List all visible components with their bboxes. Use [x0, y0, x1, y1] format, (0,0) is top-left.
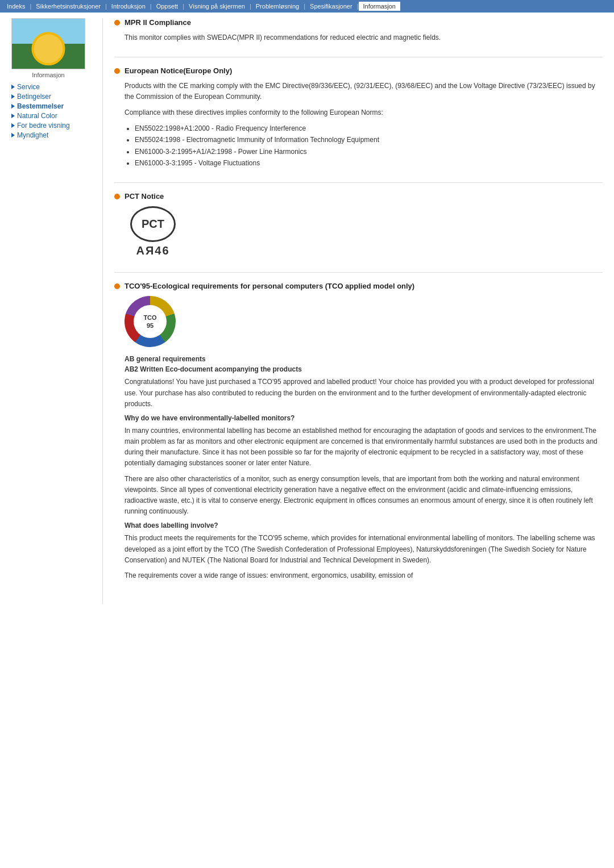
arrow-icon [11, 104, 15, 108]
nav-item-spesifikasjoner[interactable]: Spesifikasjoner [305, 2, 357, 11]
subsection-text: In many countries, environmental labelli… [125, 425, 603, 469]
subsection-text: This product meets the requirements for … [125, 533, 603, 566]
sidebar-nav-label: Betingelser [17, 93, 51, 101]
nav-item-informasjon[interactable]: Informasjon [359, 2, 400, 11]
subsection-title: What does labelling involve? [125, 521, 603, 529]
sidebar-nav-label: Natural Color [17, 112, 57, 120]
sidebar-nav-link[interactable]: Myndighet [11, 131, 97, 139]
sidebar-nav-label: For bedre visning [17, 122, 70, 130]
sidebar-nav-label: Myndighet [17, 131, 48, 139]
sidebar-nav-item[interactable]: Betingelser [11, 93, 97, 101]
list-item: EN61000-3-2:1995+A1/A2:1998 - Power Line… [135, 146, 603, 157]
top-navigation: Indeks|Sikkerhetsinstruksjoner|Introduks… [0, 0, 614, 12]
nav-item-visning-på-skjermen[interactable]: Visning på skjermen [184, 2, 250, 11]
section-title: European Notice(Europe Only) [114, 66, 603, 75]
section-title-text: TCO'95-Ecological requirements for perso… [125, 282, 414, 290]
tco-badge-inner: TCO 95 [134, 305, 167, 338]
sidebar-nav: ServiceBetingelserBestemmelserNatural Co… [11, 83, 97, 139]
list-item: EN55022:1998+A1:2000 - Radio Frequency I… [135, 123, 603, 134]
section-mpr: MPR II ComplianceThis monitor complies w… [114, 18, 603, 57]
section-title-text: European Notice(Europe Only) [125, 66, 232, 75]
bullet-icon [114, 283, 120, 289]
section-european: European Notice(Europe Only)Products wit… [114, 66, 603, 183]
content-area: MPR II ComplianceThis monitor complies w… [102, 18, 603, 604]
nav-item-sikkerhetsinstruksjoner[interactable]: Sikkerhetsinstruksjoner [31, 2, 105, 11]
subsection-text: The requirements cover a wide range of i… [125, 570, 603, 581]
subsection-text: There are also other characteristics of … [125, 474, 603, 518]
subsection-title: AB general requirements [125, 355, 603, 363]
tco-label: TCO [143, 314, 156, 322]
nav-item-indeks[interactable]: Indeks [2, 2, 30, 11]
sidebar-nav-label: Service [17, 83, 40, 91]
sidebar-image-label: Informasjon [11, 72, 85, 78]
section-pct: PCT NoticePCTАЯ46 [114, 192, 603, 273]
sidebar-nav-item[interactable]: Bestemmelser [11, 102, 97, 110]
subsection-title: AB2 Written Eco-document acompanying the… [125, 365, 603, 373]
sidebar-nav-link[interactable]: Natural Color [11, 112, 97, 120]
arrow-icon [11, 85, 15, 89]
arrow-icon [11, 123, 15, 128]
list-item: EN55024:1998 - Electromagnetic Immunity … [135, 134, 603, 145]
subsection-title: Why do we have environmentally-labelled … [125, 414, 603, 422]
section-title: PCT Notice [114, 192, 603, 201]
sidebar-nav-link[interactable]: For bedre visning [11, 122, 97, 130]
sidebar-image-graphic [12, 19, 85, 69]
pct-subtext: АЯ46 [136, 244, 169, 257]
sidebar-nav-link[interactable]: Bestemmelser [11, 102, 97, 110]
section-title: MPR II Compliance [114, 18, 603, 27]
sidebar-image [11, 18, 85, 69]
sidebar-nav-item[interactable]: Myndighet [11, 131, 97, 139]
section-title: TCO'95-Ecological requirements for perso… [114, 282, 603, 290]
tco-badge-wrapper: TCO 95 [125, 296, 592, 347]
sidebar-nav-label: Bestemmelser [17, 102, 64, 110]
sidebar: Informasjon ServiceBetingelserBestemmels… [11, 18, 102, 604]
bullet-icon [114, 68, 120, 74]
section-paragraph: This monitor complies with SWEDAC(MPR II… [125, 32, 603, 43]
nav-item-introduksjon[interactable]: Introduksjon [107, 2, 150, 11]
section-tco: TCO'95-Ecological requirements for perso… [114, 282, 603, 595]
section-paragraph: Compliance with these directives implies… [125, 107, 603, 118]
sidebar-nav-item[interactable]: Service [11, 83, 97, 91]
nav-item-oppsett[interactable]: Oppsett [152, 2, 183, 11]
arrow-icon [11, 133, 15, 137]
arrow-icon [11, 94, 15, 99]
bullet-icon [114, 194, 120, 199]
arrow-icon [11, 114, 15, 118]
main-container: Informasjon ServiceBetingelserBestemmels… [0, 12, 614, 610]
section-list: EN55022:1998+A1:2000 - Radio Frequency I… [135, 123, 603, 169]
nav-item-problemløsning[interactable]: Problemløsning [251, 2, 304, 11]
bullet-icon [114, 20, 120, 26]
sidebar-nav-item[interactable]: For bedre visning [11, 122, 97, 130]
sidebar-nav-link[interactable]: Betingelser [11, 93, 97, 101]
list-item: EN61000-3-3:1995 - Voltage Fluctuations [135, 157, 603, 169]
section-title-text: PCT Notice [125, 192, 164, 201]
sidebar-nav-link[interactable]: Service [11, 83, 97, 91]
pct-circle: PCT [130, 206, 176, 242]
tco-badge: TCO 95 [125, 296, 176, 347]
sidebar-nav-item[interactable]: Natural Color [11, 112, 97, 120]
tco-year: 95 [147, 322, 154, 329]
section-title-text: MPR II Compliance [125, 18, 191, 27]
section-paragraph: Products with the CE marking comply with… [125, 81, 603, 102]
pct-image: PCTАЯ46 [125, 206, 181, 257]
subsection-text: Congratulations! You have just purchased… [125, 377, 603, 410]
